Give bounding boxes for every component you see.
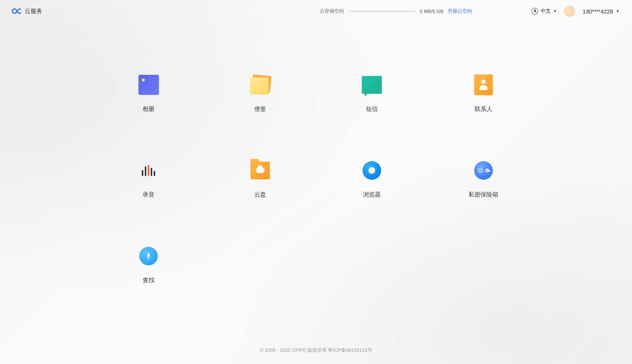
main-stage: 相册 便签 短信 联系人 录音 云盘 浏览器 私密保险箱 bbox=[0, 22, 632, 364]
tile-cloud[interactable]: 云盘 bbox=[204, 160, 316, 246]
footer-copyright: © 2005 - 2022 OPPO 版权所有 粤ICP备08130115号 bbox=[0, 347, 632, 354]
storage-value: 0 MB/5 GB bbox=[420, 9, 444, 14]
tile-contacts[interactable]: 联系人 bbox=[428, 74, 539, 160]
photos-icon bbox=[138, 75, 159, 95]
infinity-logo-icon bbox=[10, 7, 21, 15]
tile-vault[interactable]: 私密保险箱 bbox=[428, 160, 539, 246]
tile-label: 便签 bbox=[254, 105, 266, 113]
storage-bar bbox=[348, 10, 415, 12]
language-label: 中文 bbox=[540, 8, 551, 15]
tile-label: 查找 bbox=[143, 277, 154, 284]
tile-record[interactable]: 录音 bbox=[93, 160, 204, 246]
cloud-folder-icon bbox=[250, 162, 270, 179]
tile-photos[interactable]: 相册 bbox=[93, 74, 204, 160]
tile-label: 录音 bbox=[143, 191, 154, 199]
app-grid: 相册 便签 短信 联系人 录音 云盘 浏览器 私密保险箱 bbox=[93, 74, 539, 364]
avatar[interactable] bbox=[564, 6, 575, 17]
tile-find[interactable]: 查找 bbox=[93, 246, 204, 331]
app-header: 云服务 云存储空间 0 MB/5 GB 升级云空间 A 中文 ▼ 130****… bbox=[0, 0, 632, 22]
notes-icon bbox=[250, 75, 271, 95]
tile-label: 浏览器 bbox=[363, 191, 381, 199]
accessibility-icon: A bbox=[532, 8, 538, 15]
storage-status: 云存储空间 0 MB/5 GB 升级云空间 bbox=[320, 8, 472, 15]
tile-label: 联系人 bbox=[475, 105, 492, 113]
upgrade-link[interactable]: 升级云空间 bbox=[448, 8, 472, 15]
caret-down-icon: ▼ bbox=[553, 9, 556, 13]
language-switcher[interactable]: A 中文 ▼ bbox=[532, 8, 556, 15]
tile-browser[interactable]: 浏览器 bbox=[316, 160, 428, 246]
caret-down-icon: ▼ bbox=[616, 9, 619, 13]
vault-icon bbox=[474, 161, 493, 180]
tile-label: 短信 bbox=[366, 105, 378, 113]
tile-label: 云盘 bbox=[254, 191, 266, 199]
tile-sms[interactable]: 短信 bbox=[316, 74, 428, 160]
find-icon bbox=[139, 247, 158, 265]
contacts-icon bbox=[474, 74, 493, 95]
tile-label: 私密保险箱 bbox=[469, 191, 498, 199]
brand-title: 云服务 bbox=[25, 7, 42, 15]
brand-block[interactable]: 云服务 bbox=[10, 7, 42, 15]
record-icon bbox=[142, 165, 155, 176]
sms-icon bbox=[362, 76, 382, 94]
user-display: 130****4228 bbox=[582, 8, 613, 15]
tile-notes[interactable]: 便签 bbox=[204, 74, 316, 160]
tile-label: 相册 bbox=[143, 105, 154, 113]
browser-icon bbox=[363, 161, 381, 180]
storage-label: 云存储空间 bbox=[320, 8, 344, 15]
user-menu[interactable]: 130****4228 ▼ bbox=[582, 8, 619, 15]
